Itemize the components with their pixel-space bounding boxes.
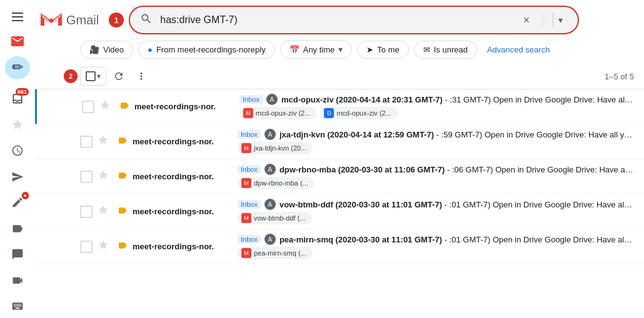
- filter-chip-anytime[interactable]: 📅 Any time ▾: [280, 40, 353, 59]
- sidebar-drafts-btn[interactable]: ●: [5, 191, 30, 214]
- more-actions-button[interactable]: [131, 66, 151, 86]
- attachment-chip[interactable]: D mcd-opux-ziv (2...: [320, 107, 397, 119]
- filter-chip-from[interactable]: ● From meet-recordings-noreply: [138, 41, 275, 59]
- email-star-icon[interactable]: [99, 99, 114, 114]
- svg-rect-0: [12, 12, 23, 14]
- inbox-badge: Inbox: [238, 200, 261, 209]
- attachment-chip[interactable]: M vow-btmb-ddf (...: [238, 212, 312, 224]
- table-row[interactable]: meet-recordings-nor. Inbox A jxa-tdjn-kv…: [35, 124, 644, 159]
- select-checkbox: [86, 71, 96, 81]
- toolbar: 2 ▾ 1–5 of 5: [35, 64, 644, 89]
- email-subject-preview: jxa-tdjn-kvn (2020-04-14 at 12:59 GMT-7)…: [279, 130, 634, 139]
- email-content: Inbox A vow-btmb-ddf (2020-03-30 at 11:0…: [233, 199, 634, 224]
- table-row[interactable]: meet-recordings-nor. Inbox A mcd-opux-zi…: [35, 89, 644, 124]
- email-content: Inbox A jxa-tdjn-kvn (2020-04-14 at 12:5…: [233, 129, 634, 154]
- attachment-chip[interactable]: M mcd-opux-ziv (2...: [239, 107, 316, 119]
- email-sender: meet-recordings-nor.: [133, 172, 233, 181]
- email-subject-bold: jxa-tdjn-kvn (2020-04-14 at 12:59 GMT-7): [279, 130, 434, 139]
- sidebar-chat-btn[interactable]: [5, 242, 30, 266]
- step2-badge: 2: [64, 69, 78, 83]
- attachment-label: vow-btmb-ddf (...: [254, 214, 306, 222]
- email-subject-preview: vow-btmb-ddf (2020-03-30 at 11:01 GMT-7)…: [279, 200, 634, 209]
- sidebar-inbox-btn[interactable]: 661: [5, 87, 30, 111]
- sidebar-labels-btn[interactable]: [5, 217, 30, 241]
- attachment-label: mcd-opux-ziv (2...: [256, 109, 310, 117]
- email-sender: meet-recordings-nor.: [133, 207, 233, 216]
- email-checkbox[interactable]: [80, 241, 93, 253]
- email-attachments: M jxa-tdjn-kvn (20...: [238, 142, 634, 154]
- sidebar-keyboard-btn[interactable]: [5, 294, 30, 318]
- email-subject-preview: dpw-rbno-mba (2020-03-30 at 11:06 GMT-7)…: [279, 165, 634, 174]
- sender-initial: A: [264, 199, 276, 210]
- sidebar-sent-btn[interactable]: [5, 165, 30, 189]
- search-input[interactable]: [160, 14, 513, 26]
- email-sender: meet-recordings-nor.: [133, 242, 233, 251]
- email-checkbox[interactable]: [82, 101, 94, 113]
- search-clear-icon[interactable]: ×: [521, 11, 533, 29]
- attachment-chip[interactable]: M dpw-rbno-mba (...: [238, 177, 314, 189]
- table-row[interactable]: meet-recordings-nor. Inbox A pea-mirn-sm…: [35, 229, 644, 264]
- email-attachments: M vow-btmb-ddf (...: [238, 212, 634, 224]
- to-chip-icon: ➤: [366, 45, 373, 54]
- attachment-file-icon: M: [241, 248, 251, 258]
- email-checkbox[interactable]: [80, 206, 93, 218]
- inbox-badge: Inbox: [238, 130, 261, 139]
- attachment-label: mcd-opux-ziv (2...: [336, 109, 391, 117]
- refresh-button[interactable]: [109, 66, 129, 86]
- email-subject-bold: dpw-rbno-mba (2020-03-30 at 11:06 GMT-7): [279, 165, 445, 174]
- video-chip-icon: 🎥: [89, 45, 99, 54]
- sidebar: ✏ 661 ●: [0, 0, 35, 318]
- email-star-icon[interactable]: [98, 204, 113, 219]
- search-dropdown-icon[interactable]: ▾: [553, 12, 568, 27]
- email-checkbox[interactable]: [80, 171, 93, 183]
- tome-chip-label: To me: [377, 45, 399, 54]
- attachment-chip[interactable]: M pea-mirn-smq (...: [238, 247, 313, 259]
- select-all-button[interactable]: ▾: [80, 67, 106, 86]
- email-preview-text: - :59 GMT-7) Open in Drive Google Drive:…: [436, 130, 634, 139]
- inbox-badge: Inbox: [238, 235, 261, 244]
- attachment-file-icon: M: [241, 213, 251, 223]
- email-preview-text: - :01 GMT-7) Open in Drive Google Drive:…: [445, 200, 634, 209]
- email-important-icon: [118, 171, 128, 183]
- advanced-search-link[interactable]: Advanced search: [482, 41, 555, 58]
- sender-initial: A: [264, 234, 276, 245]
- email-important-icon: [118, 241, 128, 253]
- email-preview-text: - :31 GMT-7) Open in Drive Google Drive:…: [445, 95, 634, 104]
- attachment-label: pea-mirn-smq (...: [254, 249, 306, 257]
- email-sender: meet-recordings-nor.: [133, 137, 233, 146]
- sidebar-meet-btn[interactable]: [5, 269, 30, 292]
- gmail-text: Gmail: [66, 13, 99, 27]
- attachment-chip[interactable]: M jxa-tdjn-kvn (20...: [238, 142, 313, 154]
- email-subject-preview: mcd-opux-ziv (2020-04-14 at 20:31 GMT-7)…: [281, 95, 634, 104]
- attachment-label: jxa-tdjn-kvn (20...: [254, 144, 306, 152]
- anytime-dropdown-icon: ▾: [338, 44, 343, 54]
- email-content: Inbox A dpw-rbno-mba (2020-03-30 at 11:0…: [233, 164, 634, 189]
- email-star-icon[interactable]: [98, 169, 113, 184]
- table-row[interactable]: meet-recordings-nor. Inbox A vow-btmb-dd…: [35, 194, 644, 229]
- sidebar-starred-btn[interactable]: [5, 113, 30, 137]
- gmail-logo: Gmail: [40, 11, 99, 29]
- compose-button[interactable]: ✏: [5, 56, 30, 80]
- main-content: Gmail 1 × ▾ 🎥 Video ● From meet-recordin…: [35, 0, 644, 318]
- filter-chip-tome[interactable]: ➤ To me: [357, 41, 408, 59]
- email-star-icon[interactable]: [98, 239, 113, 254]
- step2-badge-container: 2: [64, 69, 78, 83]
- filter-chip-video[interactable]: 🎥 Video: [80, 41, 133, 59]
- calendar-chip-icon: 📅: [289, 45, 299, 54]
- filter-chip-unread[interactable]: ✉ Is unread: [414, 41, 477, 59]
- table-row[interactable]: meet-recordings-nor. Inbox A dpw-rbno-mb…: [35, 159, 644, 194]
- count-label: 1–5 of 5: [605, 72, 634, 81]
- from-chip-label: From meet-recordings-noreply: [156, 45, 266, 54]
- sender-initial: A: [264, 129, 276, 140]
- email-preview-text: - :01 GMT-7) Open in Drive Google Drive:…: [445, 235, 634, 244]
- attachment-file-icon: D: [324, 108, 334, 118]
- sidebar-snoozed-btn[interactable]: [5, 139, 30, 162]
- sender-initial: A: [266, 94, 278, 105]
- email-checkbox[interactable]: [80, 136, 93, 148]
- email-star-icon[interactable]: [98, 134, 113, 149]
- email-subject-bold: pea-mirn-smq (2020-03-30 at 11:01 GMT-7): [279, 235, 442, 244]
- svg-rect-1: [12, 16, 23, 17]
- drafts-badge: ●: [22, 192, 29, 199]
- attachment-file-icon: M: [241, 143, 251, 153]
- menu-icon[interactable]: [5, 5, 30, 29]
